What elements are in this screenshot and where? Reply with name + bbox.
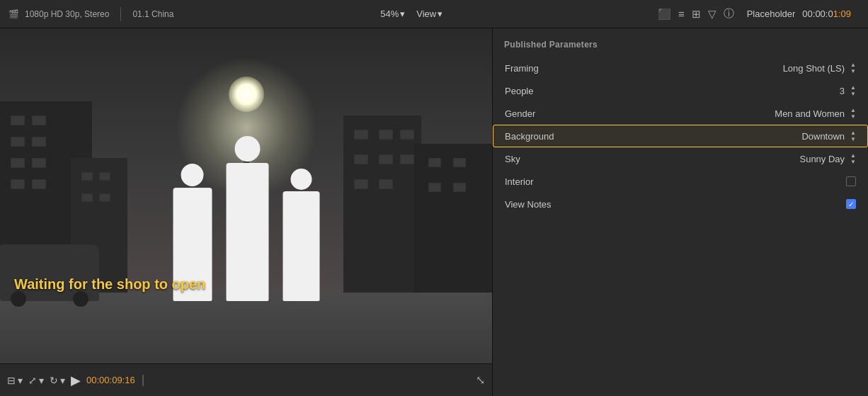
speed-button[interactable]: ↻ ▾ [50,375,65,386]
framing-value-text: Long Shot (LS) [783,63,845,74]
sky-stepper[interactable]: ▲ ▼ [850,153,856,165]
play-button[interactable]: ▶ [71,373,81,388]
right-panel: Published Parameters Framing Long Shot (… [492,28,868,396]
car-wheel-back [11,291,26,307]
list-icon[interactable]: ≡ [678,8,685,20]
view-notes-value[interactable]: ✓ [597,199,856,209]
play-icon: ▶ [71,373,81,388]
view-notes-label: View Notes [505,199,597,210]
main-area: Waiting for the shop to open ⊟ ▾ ⤢ ▾ ↻ ▾… [0,28,868,396]
transport-divider [142,375,144,386]
right-toolbar: ⬛ ≡ ⊞ ▽ ⓘ Placeholder 00:00:01:09 [649,7,860,21]
people-value-text: 3 [840,86,845,96]
building-right [343,115,421,300]
grid-icon[interactable]: ⊞ [692,8,701,21]
video-info-section: 🎬 1080p HD 30p, Stereo 01.1 China [8,7,173,21]
sky-label: Sky [505,154,597,164]
gender-stepper[interactable]: ▲ ▼ [850,108,856,120]
blue-rect-icon[interactable]: ⬛ [658,8,671,21]
background-value[interactable]: Downtown ▲ ▼ [597,130,856,142]
framing-down-arrow: ▼ [850,69,856,74]
param-row-framing[interactable]: Framing Long Shot (LS) ▲ ▼ [493,57,868,79]
car-wheel-front [73,291,88,307]
transform-button[interactable]: ⤢ ▾ [28,375,44,386]
speed-icon: ↻ [50,375,58,386]
video-controls: ⊟ ▾ ⤢ ▾ ↻ ▾ ▶ 00:00:09:16 ⤡ [0,363,492,396]
background-label: Background [505,131,597,142]
layout-button[interactable]: ⊟ ▾ [7,375,23,386]
interior-label: Interior [505,176,597,187]
timecode-controls: 00:00:09:16 [86,375,135,385]
background-stepper[interactable]: ▲ ▼ [850,130,856,142]
video-viewport: Waiting for the shop to open [0,28,492,363]
background-up-arrow: ▲ [850,130,856,136]
silhouette-2 [226,163,268,301]
video-panel: Waiting for the shop to open ⊟ ▾ ⤢ ▾ ↻ ▾… [0,28,492,396]
gender-value[interactable]: Men and Women ▲ ▼ [597,108,856,120]
info-icon[interactable]: ⓘ [724,7,734,21]
params-panel: Published Parameters Framing Long Shot (… [493,28,868,396]
zoom-level: 54% [380,9,399,19]
framing-label: Framing [505,63,597,74]
people-down-arrow: ▼ [850,91,856,97]
sky-down-arrow: ▼ [850,159,856,165]
interior-checkbox[interactable] [846,176,856,186]
layout-chevron-icon: ▾ [18,375,23,386]
filter-icon[interactable]: ▽ [708,8,716,21]
background-value-text: Downtown [801,131,845,142]
transform-icon: ⤢ [28,375,37,386]
zoom-chevron-icon: ▾ [400,9,405,19]
sky-value[interactable]: Sunny Day ▲ ▼ [597,153,856,165]
subtitle-text: Waiting for the shop to open [14,276,205,293]
timecode-prefix: 00:00:0 [802,9,833,19]
view-label: View [416,9,436,19]
car [0,244,99,301]
people-value[interactable]: 3 ▲ ▼ [597,85,856,97]
top-bar: 🎬 1080p HD 30p, Stereo 01.1 China 54% ▾ … [0,0,868,28]
film-icon: 🎬 [8,9,19,19]
param-row-gender[interactable]: Gender Men and Women ▲ ▼ [493,102,868,125]
param-row-sky[interactable]: Sky Sunny Day ▲ ▼ [493,147,868,170]
timecode-display-top: 00:00:01:09 [802,9,851,19]
light-orb [229,77,264,112]
gender-down-arrow: ▼ [850,114,856,120]
divider [120,7,121,21]
gender-up-arrow: ▲ [850,108,856,113]
video-resolution: 1080p HD 30p, Stereo [25,9,109,19]
framing-up-arrow: ▲ [850,62,856,68]
param-row-interior[interactable]: Interior [493,170,868,193]
gender-label: Gender [505,108,597,119]
timecode-ctrl-prefix: 00:00:0 [86,375,117,385]
timecode-orange: 1:09 [833,9,851,19]
fullscreen-icon: ⤡ [476,374,485,386]
zoom-dropdown[interactable]: 54% ▾ [380,9,405,19]
building-right-2 [414,144,492,300]
framing-value[interactable]: Long Shot (LS) ▲ ▼ [597,62,856,74]
view-dropdown[interactable]: View ▾ [416,9,442,19]
clip-name: 01.1 China [132,9,173,19]
view-chevron-icon: ▾ [438,9,442,19]
interior-value[interactable] [597,176,856,186]
placeholder-title: Placeholder [747,9,796,19]
timecode-ctrl-orange: 9:16 [117,375,135,385]
sky-value-text: Sunny Day [799,154,845,164]
section-title: Published Parameters [493,34,868,57]
people-label: People [505,86,597,96]
fullscreen-button[interactable]: ⤡ [476,373,485,387]
param-row-view-notes[interactable]: View Notes ✓ [493,193,868,215]
background-down-arrow: ▼ [850,137,856,142]
people-stepper[interactable]: ▲ ▼ [850,85,856,97]
param-row-people[interactable]: People 3 ▲ ▼ [493,79,868,102]
people-up-arrow: ▲ [850,85,856,91]
transform-chevron-icon: ▾ [39,375,44,386]
view-notes-checkbox[interactable]: ✓ [846,199,856,209]
layout-icon: ⊟ [7,375,16,386]
speed-chevron-icon: ▾ [60,375,65,386]
zoom-view-controls: 54% ▾ View ▾ [173,9,649,19]
silhouette-3 [282,191,319,301]
framing-stepper[interactable]: ▲ ▼ [850,62,856,74]
sky-up-arrow: ▲ [850,153,856,159]
gender-value-text: Men and Women [775,108,845,119]
param-row-background[interactable]: Background Downtown ▲ ▼ [493,125,868,147]
